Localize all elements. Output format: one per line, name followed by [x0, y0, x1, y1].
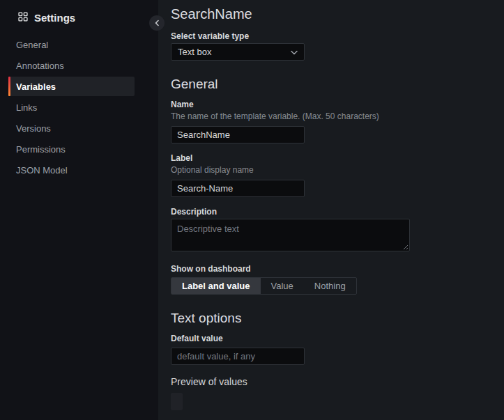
label-label: Label [171, 153, 504, 163]
label-field-description: Optional display name [171, 165, 504, 175]
show-on-dashboard-group: Label and value Value Nothing [171, 277, 357, 295]
label-field: Label Optional display name [171, 153, 504, 197]
apps-grid-icon [18, 12, 28, 24]
collapse-sidebar-button[interactable] [149, 15, 165, 31]
default-value-label: Default value [171, 334, 504, 343]
radio-option-value[interactable]: Value [261, 278, 304, 294]
chevron-left-icon [154, 18, 160, 29]
variable-type-value: Text box [178, 47, 211, 57]
show-on-dashboard-field: Show on dashboard Label and value Value … [171, 264, 504, 295]
variable-type-label: Select variable type [171, 31, 504, 41]
name-field-description: The name of the template variable. (Max.… [171, 111, 504, 121]
main-content: SearchName Select variable type Text box… [158, 0, 504, 420]
settings-title: Settings [34, 12, 75, 24]
default-value-input[interactable] [171, 348, 305, 365]
description-textarea[interactable] [171, 219, 410, 251]
sidebar-header: Settings [0, 0, 158, 26]
radio-option-nothing[interactable]: Nothing [304, 278, 356, 294]
sidebar-item-versions[interactable]: Versions [8, 118, 135, 138]
preview-of-values-heading: Preview of values [171, 376, 504, 387]
label-input[interactable] [171, 180, 305, 197]
chevron-down-icon [291, 47, 298, 57]
text-options-section-heading: Text options [171, 310, 504, 327]
preview-value-chip [171, 393, 183, 410]
settings-sidebar: Settings General Annotations Variables L… [0, 0, 158, 420]
radio-option-label-and-value[interactable]: Label and value [171, 278, 261, 294]
page-title: SearchName [171, 6, 504, 23]
settings-nav: General Annotations Variables Links Vers… [8, 35, 135, 180]
sidebar-item-annotations[interactable]: Annotations [8, 56, 135, 75]
sidebar-item-general[interactable]: General [8, 35, 135, 54]
variable-type-select[interactable]: Text box [171, 43, 305, 61]
sidebar-item-permissions[interactable]: Permissions [8, 139, 135, 159]
sidebar-item-variables[interactable]: Variables [8, 77, 135, 96]
description-field: Description [171, 207, 504, 251]
name-label: Name [171, 100, 504, 109]
default-value-field: Default value [171, 334, 504, 365]
show-on-dashboard-label: Show on dashboard [171, 264, 504, 274]
sidebar-item-json-model[interactable]: JSON Model [8, 160, 135, 180]
variable-type-field: Select variable type Text box [171, 31, 504, 61]
general-section-heading: General [171, 76, 504, 93]
name-field: Name The name of the template variable. … [171, 100, 504, 143]
description-label: Description [171, 207, 504, 217]
sidebar-item-links[interactable]: Links [8, 98, 135, 117]
name-input[interactable] [171, 126, 305, 143]
